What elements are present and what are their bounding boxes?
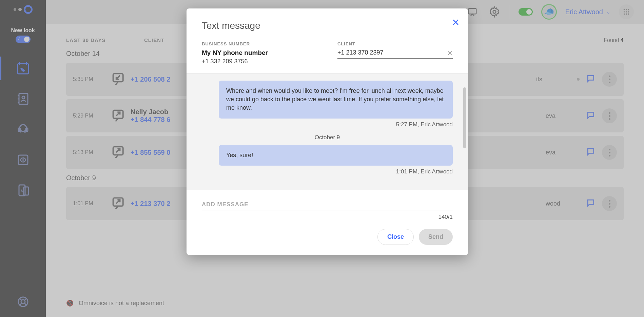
send-button[interactable]: Send: [419, 229, 453, 245]
modal-title: Text message: [202, 20, 453, 31]
close-button[interactable]: Close: [377, 229, 414, 245]
client-clear-button[interactable]: ✕: [447, 49, 453, 57]
thread-scrollbar[interactable]: [463, 87, 466, 148]
modal-close-button[interactable]: ✕: [452, 17, 460, 28]
char-counter: 140/1: [202, 214, 453, 220]
message-bubble: Yes, sure!: [219, 145, 453, 166]
message-thread: Where and when would you like to meet? I…: [187, 73, 468, 190]
message-bubble: Where and when would you like to meet? I…: [219, 81, 453, 119]
text-message-modal: ✕ Text message BUSINESS NUMBER My NY pho…: [187, 8, 468, 255]
business-number-name: My NY phone number: [202, 49, 317, 57]
message-meta: 1:01 PM, Eric Attwood: [202, 168, 453, 175]
business-number-label: BUSINESS NUMBER: [202, 41, 317, 46]
message-input[interactable]: [202, 198, 453, 211]
message-meta: 5:27 PM, Eric Attwood: [202, 121, 453, 128]
day-separator: October 9: [202, 134, 453, 141]
client-input[interactable]: [337, 49, 453, 56]
business-number-value: +1 332 209 3756: [202, 58, 317, 65]
client-label: CLIENT: [337, 41, 453, 46]
